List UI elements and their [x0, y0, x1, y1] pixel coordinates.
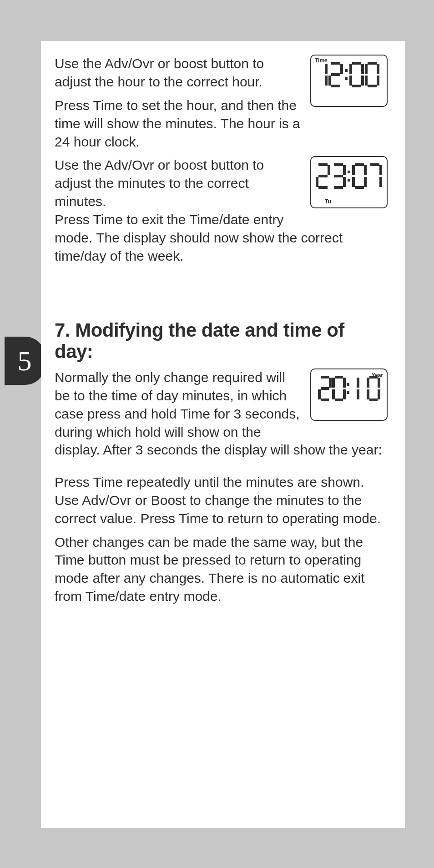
seg-digit	[367, 376, 380, 401]
seg-digit	[318, 376, 332, 401]
lcd-label-day: Tu	[325, 198, 331, 205]
seg-digit	[365, 62, 379, 87]
lcd-display-day: Tu	[310, 156, 388, 208]
seg-colon	[346, 376, 350, 401]
paragraph: Press Time to exit the Time/date entry m…	[55, 211, 388, 265]
page-number: 5	[18, 345, 32, 377]
lcd-digits	[311, 376, 387, 401]
page-content: Time Use the Adv	[41, 41, 405, 828]
seg-digit	[368, 163, 382, 189]
seg-colon	[344, 62, 348, 87]
page-number-tab: 5	[5, 337, 45, 385]
seg-digit	[328, 62, 343, 87]
lcd-display-year: Year	[310, 368, 388, 421]
lcd-display-time: Time	[310, 55, 388, 107]
seg-digit	[318, 62, 328, 87]
paragraph: Other changes can be made the same way, …	[55, 533, 388, 606]
seg-digit	[316, 163, 330, 189]
seg-digit	[332, 376, 346, 401]
lcd-digits	[311, 62, 387, 87]
seg-digit	[331, 163, 346, 189]
seg-digit	[350, 376, 359, 401]
seg-digit	[349, 62, 364, 87]
lcd-digits	[311, 163, 387, 189]
section-heading: 7. Modifying the date and time of day:	[55, 320, 388, 362]
paragraph: Press Time repeatedly until the minutes …	[55, 473, 388, 528]
seg-digit	[352, 163, 367, 189]
seg-colon	[347, 163, 351, 189]
